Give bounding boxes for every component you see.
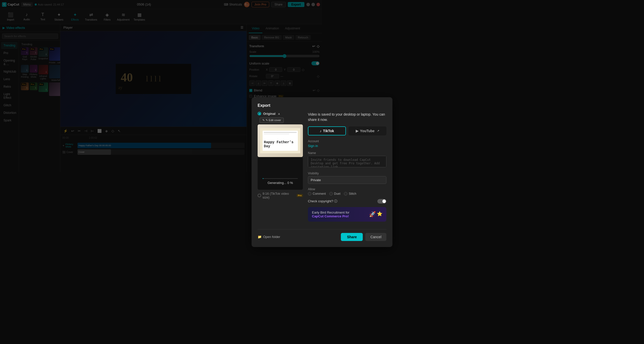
tiktok-icon: ♪ [320,129,321,133]
svg-rect-6 [264,132,297,133]
radio-dot-inner [259,113,260,115]
visibility-section: Visibility Private Public Friends [308,172,322,172]
account-label: Account [308,139,322,143]
platform-tabs: ♪ TikTok ▶ YouTube ↗ [308,126,322,135]
name-section: Name [308,151,322,168]
preview-info-icon: ▲ [277,112,280,115]
visibility-label: Visibility [308,172,322,172]
preview-image-area: Happy Father's Day [258,124,303,157]
edit-cover-button[interactable]: ✎ ✎ Edit cover [260,118,284,123]
modal-layout: Original ▲ ✎ ✎ Edit cover [258,112,322,172]
modal-title: Export [258,103,322,108]
export-modal: Export Original ▲ ✎ ✎ Edit cover [252,97,322,172]
edit-icon: ✎ [262,119,265,122]
sign-in-link[interactable]: Sign in [308,144,322,148]
tiktok-tab[interactable]: ♪ TikTok [308,126,322,135]
original-radio[interactable] [258,112,261,115]
preview-label: Original [263,112,275,116]
svg-text:Day: Day [264,144,270,148]
info-text: Video is saved to your desktop or laptop… [308,112,322,122]
name-label: Name [308,151,322,155]
generating-area: Generating... 0 % [258,157,303,172]
modal-preview-section: Original ▲ ✎ ✎ Edit cover [258,112,303,172]
svg-rect-7 [264,134,289,134]
typewriter-content: Happy Father's Day [260,128,300,153]
typewriter-bg: Happy Father's Day [258,124,303,157]
account-section: Account Sign in [308,139,322,148]
preview-header: Original ▲ [258,112,303,116]
svg-text:Happy Father's: Happy Father's [264,140,294,144]
name-textarea[interactable] [308,156,322,167]
modal-share-section: Video is saved to your desktop or laptop… [308,112,322,172]
modal-overlay: Export Original ▲ ✎ ✎ Edit cover [0,0,322,172]
typewriter-visual: Happy Father's Day [260,128,300,153]
